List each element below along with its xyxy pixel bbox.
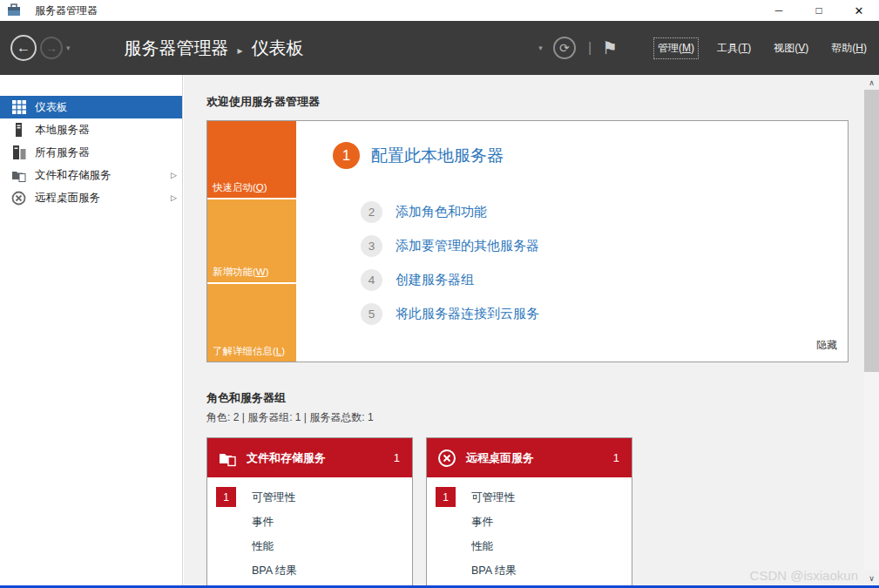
tile-row-manageability[interactable]: 1 可管理性: [207, 485, 412, 510]
sidebar-item-label: 文件和存储服务: [35, 168, 112, 183]
role-tile-title: 文件和存储服务: [247, 450, 326, 466]
welcome-step-add-roles[interactable]: 2 添加角色和功能: [361, 201, 487, 223]
step-number-badge: 4: [361, 269, 382, 291]
tile-row-bpa-results[interactable]: BPA 结果: [427, 558, 632, 583]
local-server-icon: [11, 123, 26, 138]
scroll-up-icon[interactable]: ∧: [864, 75, 879, 90]
step-number-badge: 1: [333, 142, 360, 169]
folders-icon: [11, 168, 26, 183]
role-tile-count: 1: [394, 451, 400, 464]
scrollbar-thumb[interactable]: [864, 90, 879, 372]
sidebar-item-file-storage[interactable]: 文件和存储服务 ▷: [0, 164, 182, 186]
step-link: 配置此本地服务器: [371, 145, 504, 167]
tile-row-label: 事件: [252, 515, 274, 530]
step-number-badge: 5: [361, 303, 382, 325]
welcome-tile: 快速启动(Q) 新增功能(W) 了解详细信息(L) 1 配置此本地服务器 2 添…: [206, 120, 849, 362]
all-servers-icon: [11, 145, 26, 160]
step-link: 添加要管理的其他服务器: [396, 238, 539, 254]
sidebar-item-label: 仪表板: [35, 100, 68, 115]
step-link: 将此服务器连接到云服务: [396, 306, 539, 322]
whats-new-button[interactable]: 新增功能(W): [207, 199, 296, 282]
sidebar-item-all-servers[interactable]: 所有服务器: [0, 141, 182, 164]
welcome-step-configure-local-server[interactable]: 1 配置此本地服务器: [333, 142, 504, 169]
rds-circle-x-icon: [437, 449, 456, 468]
quick-start-column: 快速启动(Q) 新增功能(W) 了解详细信息(L): [207, 121, 296, 362]
welcome-step-add-servers[interactable]: 3 添加要管理的其他服务器: [361, 235, 539, 257]
menu-help[interactable]: 帮助(H): [828, 38, 870, 58]
sidebar-item-label: 本地服务器: [35, 123, 90, 138]
dashboard-grid-icon: [11, 100, 26, 115]
folders-icon: [218, 449, 237, 468]
menu-view[interactable]: 视图(V): [770, 38, 812, 58]
toolbar-divider: |: [588, 40, 592, 56]
hide-link[interactable]: 隐藏: [816, 338, 837, 353]
role-tile-title: 远程桌面服务: [466, 450, 534, 466]
sidebar-item-label: 远程桌面服务: [35, 191, 100, 206]
alert-count-badge: 1: [216, 487, 236, 507]
breadcrumb-current: 仪表板: [252, 37, 304, 60]
roles-heading: 角色和服务器组: [206, 390, 864, 406]
tile-row-label: 可管理性: [471, 490, 515, 505]
role-tile-remote-desktop: 远程桌面服务 1 1 可管理性 事件 性能 BPA 结果: [426, 437, 632, 587]
welcome-heading: 欢迎使用服务器管理器: [206, 94, 864, 110]
app-header: ← → ▾ 服务器管理器 ▸ 仪表板 ▾ ⟳ | ⚑ 管理(M) 工具(T) 视…: [0, 21, 879, 75]
role-tile-header[interactable]: 文件和存储服务 1: [207, 438, 412, 477]
sidebar-item-local-server[interactable]: 本地服务器: [0, 118, 182, 141]
tile-row-manageability[interactable]: 1 可管理性: [427, 485, 632, 510]
back-icon[interactable]: ←: [10, 35, 37, 61]
minimize-button[interactable]: ─: [759, 0, 799, 21]
tile-row-label: 事件: [471, 515, 493, 530]
maximize-button[interactable]: □: [799, 0, 839, 21]
sidebar-item-remote-desktop[interactable]: 远程桌面服务 ▷: [0, 186, 182, 209]
menu-manage[interactable]: 管理(M): [654, 38, 698, 58]
tile-row-label: BPA 结果: [471, 564, 517, 578]
app-icon: [6, 3, 21, 18]
quick-start-button[interactable]: 快速启动(Q): [207, 121, 296, 198]
breadcrumb-root[interactable]: 服务器管理器: [125, 37, 229, 60]
watermark: CSDN @isxiaokun: [750, 568, 858, 583]
welcome-step-create-server-group[interactable]: 4 创建服务器组: [361, 269, 474, 291]
breadcrumb-separator-icon: ▸: [238, 44, 243, 57]
welcome-step-connect-cloud[interactable]: 5 将此服务器连接到云服务: [361, 303, 539, 325]
learn-more-button[interactable]: 了解详细信息(L): [207, 284, 296, 362]
close-button[interactable]: ✕: [839, 0, 879, 21]
tile-row-events[interactable]: 事件: [427, 510, 632, 534]
dashboard-content: 欢迎使用服务器管理器 快速启动(Q) 新增功能(W) 了解详细信息(L) 1 配…: [184, 75, 864, 588]
expand-arrow-icon[interactable]: ▷: [171, 171, 177, 179]
breadcrumb: 服务器管理器 ▸ 仪表板: [125, 37, 304, 60]
step-number-badge: 2: [361, 201, 382, 223]
rds-circle-x-icon: [11, 191, 26, 206]
tile-row-performance[interactable]: 性能: [427, 534, 632, 558]
role-tile-header[interactable]: 远程桌面服务 1: [427, 438, 632, 477]
alert-count-badge: 1: [436, 487, 456, 507]
window-title: 服务器管理器: [35, 3, 98, 18]
refresh-icon[interactable]: ⟳: [553, 37, 576, 59]
forward-icon[interactable]: →: [40, 37, 63, 59]
step-link: 创建服务器组: [396, 272, 474, 288]
role-tile-count: 1: [613, 451, 619, 464]
tile-row-bpa-results[interactable]: BPA 结果: [207, 558, 412, 583]
tile-row-label: 可管理性: [252, 490, 295, 505]
toolbar-caret-icon[interactable]: ▾: [538, 44, 543, 52]
tile-row-label: 性能: [252, 539, 274, 554]
vertical-scrollbar[interactable]: ∧ ∨: [864, 75, 879, 585]
sidebar: 仪表板 本地服务器 所有服务器: [0, 75, 183, 588]
step-link: 添加角色和功能: [396, 204, 487, 220]
notifications-flag-icon[interactable]: ⚑: [602, 37, 618, 58]
tile-row-performance[interactable]: 性能: [207, 534, 412, 558]
role-tile-file-storage: 文件和存储服务 1 1 可管理性 事件 性能 BPA 结果: [206, 437, 413, 587]
sidebar-item-label: 所有服务器: [35, 145, 90, 160]
tile-row-label: BPA 结果: [252, 564, 297, 578]
step-number-badge: 3: [361, 235, 382, 257]
expand-arrow-icon[interactable]: ▷: [171, 193, 177, 202]
tile-row-label: 性能: [471, 539, 493, 554]
sidebar-item-dashboard[interactable]: 仪表板: [0, 96, 182, 118]
menu-tools[interactable]: 工具(T): [713, 38, 754, 58]
nav-caret-icon[interactable]: ▾: [66, 44, 71, 52]
window-titlebar: 服务器管理器 ─ □ ✕: [0, 0, 879, 21]
roles-stats: 角色: 2 | 服务器组: 1 | 服务器总数: 1: [206, 410, 864, 425]
scroll-down-icon[interactable]: ∨: [864, 571, 879, 585]
tile-row-events[interactable]: 事件: [207, 510, 412, 534]
